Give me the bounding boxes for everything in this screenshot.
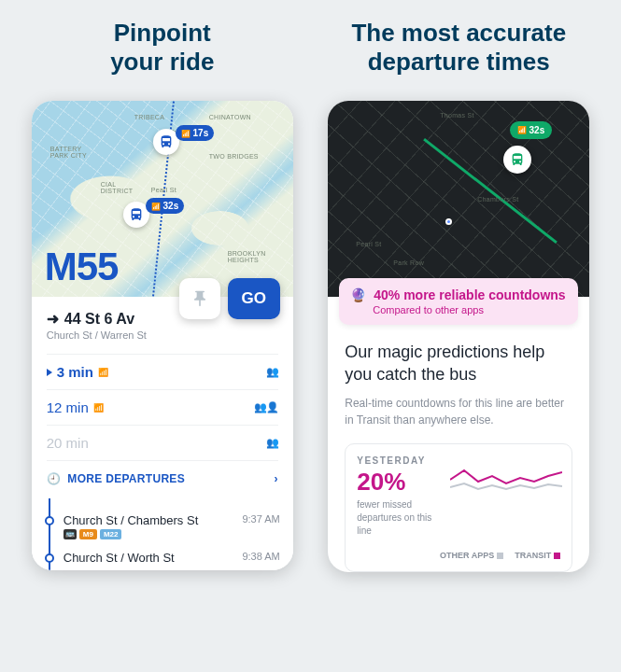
departure-row[interactable]: 20 min 👥 <box>47 425 278 460</box>
body-heading: Our magic predictions help you catch the… <box>345 342 572 385</box>
headline-left: Pinpointyour ride <box>110 19 214 77</box>
headline-right: The most accuratedeparture times <box>351 19 566 77</box>
pin-button[interactable] <box>179 278 220 319</box>
go-button[interactable]: GO <box>228 278 280 319</box>
crowd-icon: 👥 <box>266 366 278 378</box>
crowd-icon: 👥👤 <box>254 401 278 413</box>
route-label: M55 <box>45 245 119 289</box>
live-icon: 📶 <box>98 368 108 377</box>
departure-card: ➜ 44 St 6 Av Church St / Warren St 3 min… <box>32 297 293 500</box>
crowd-icon: 👥 <box>266 437 278 449</box>
phone-left: TRIBECA CHINATOWN York BATTERY PARK CITY… <box>32 101 293 570</box>
bus-pin-1[interactable]: 📶 17s <box>153 129 214 155</box>
crystal-ball-icon: 🔮 <box>350 287 366 302</box>
live-icon: 📶 <box>93 403 104 413</box>
phone-right: Thomas St Chambers St Pearl St Park Row … <box>328 101 589 572</box>
map-left[interactable]: TRIBECA CHINATOWN York BATTERY PARK CITY… <box>32 101 293 297</box>
stop-row[interactable]: Church St / Chambers St 🚌 M9 M22 9:37 AM <box>45 508 280 545</box>
departure-row[interactable]: 12 min📶 👥👤 <box>47 389 278 425</box>
chevron-right-icon: › <box>274 472 277 485</box>
bus-icon: 🚌 <box>64 529 77 539</box>
body-text: Real-time countdowns for this line are b… <box>345 395 572 428</box>
stat-box: YESTERDAY 20% fewer missed departures on… <box>345 443 572 572</box>
map-right[interactable]: Thomas St Chambers St Pearl St Park Row … <box>328 101 589 297</box>
bus-pin-2[interactable]: 📶 32s <box>123 202 184 228</box>
clock-icon: 🕘 <box>47 472 61 485</box>
more-departures[interactable]: 🕘 MORE DEPARTURES › <box>47 460 278 493</box>
reliability-banner: 🔮40% more reliable countdowns Compared t… <box>339 278 578 325</box>
play-icon <box>47 369 52 376</box>
bus-badge-green: 📶32s <box>510 121 553 139</box>
sparkline <box>450 463 562 500</box>
direction-icon: ➜ <box>47 310 59 328</box>
departure-row[interactable]: 3 min📶 👥 <box>47 354 278 389</box>
stop-row[interactable]: Church St / Worth St 9:38 AM <box>45 545 280 570</box>
